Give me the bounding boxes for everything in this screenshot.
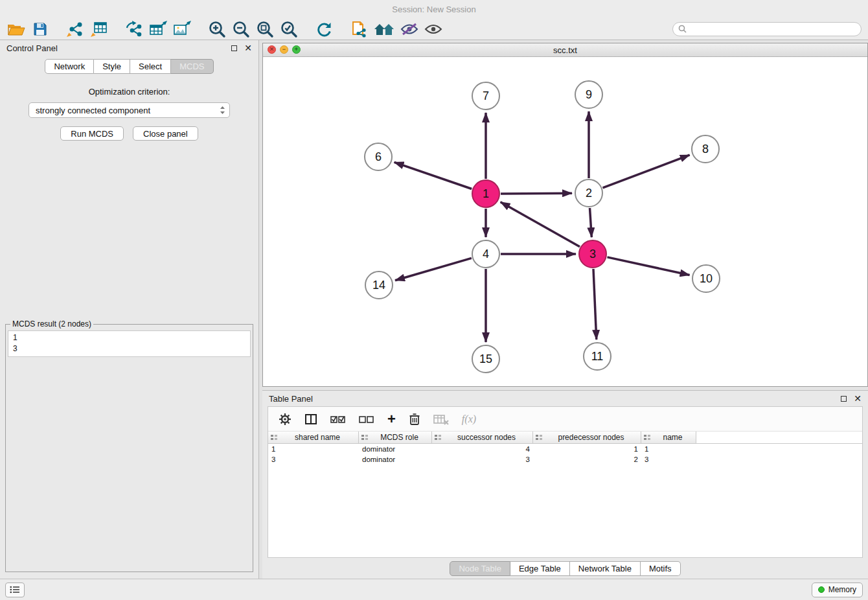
open-session-button[interactable] (6, 19, 26, 39)
table-cell: dominator (359, 454, 432, 465)
zoom-window-button[interactable]: + (292, 45, 301, 54)
import-network-file-button[interactable] (65, 19, 85, 39)
deselect-all-button[interactable] (359, 414, 374, 424)
mcds-result-list[interactable]: 13 (8, 330, 251, 357)
select-all-button[interactable] (330, 414, 346, 424)
table-header-row: shared nameMCDS rolesuccessor nodesprede… (268, 432, 862, 444)
optimization-dropdown[interactable]: strongly connected component (29, 102, 230, 118)
table-options-button[interactable] (279, 413, 291, 426)
control-panel-header: Control Panel ✕ (0, 40, 258, 56)
svg-text:6: 6 (375, 150, 382, 163)
import-network-icon (66, 21, 84, 38)
table-cell: 1 (533, 444, 641, 454)
show-columns-button[interactable] (304, 413, 317, 426)
network-node-10[interactable]: 10 (692, 265, 720, 292)
edge-3-to-1[interactable] (501, 202, 580, 247)
tab-edge-table[interactable]: Edge Table (510, 561, 570, 576)
memory-button[interactable]: Memory (812, 583, 863, 597)
task-history-button[interactable] (5, 583, 25, 597)
toggle-graphics-button[interactable] (400, 19, 419, 39)
edge-4-to-14[interactable] (395, 258, 472, 280)
first-neighbors-button[interactable] (373, 19, 395, 39)
zoom-selected-icon (280, 20, 298, 38)
edge-3-to-10[interactable] (608, 257, 690, 275)
table-panel-title: Table Panel (269, 394, 313, 404)
network-node-6[interactable]: 6 (365, 143, 392, 170)
zoom-fit-button[interactable] (255, 19, 275, 39)
tab-network-table[interactable]: Network Table (570, 561, 641, 576)
edge-1-to-6[interactable] (394, 162, 472, 189)
minimize-window-button[interactable]: − (280, 45, 288, 54)
network-node-3[interactable]: 3 (579, 240, 606, 268)
search-icon (678, 25, 687, 33)
float-table-panel-icon[interactable] (841, 396, 847, 402)
network-node-15[interactable]: 15 (472, 345, 499, 373)
tab-network[interactable]: Network (45, 59, 94, 74)
network-node-2[interactable]: 2 (575, 179, 602, 207)
export-table-button[interactable] (148, 19, 168, 39)
zoom-out-button[interactable] (231, 19, 251, 39)
tab-select[interactable]: Select (130, 59, 171, 74)
refresh-icon (315, 21, 332, 38)
column-header-shared-name[interactable]: shared name (268, 432, 359, 443)
column-header-successor-nodes[interactable]: successor nodes (432, 432, 533, 443)
right-column: ✕ − + scc.txt 7968124314101511 Table Pan… (262, 40, 868, 579)
refresh-view-button[interactable] (314, 19, 334, 39)
column-header-name[interactable]: name (641, 432, 696, 443)
zoom-selected-button[interactable] (279, 19, 299, 39)
eye-icon (424, 23, 443, 36)
houses-icon (373, 21, 395, 37)
float-panel-icon[interactable] (231, 45, 237, 51)
tab-node-table[interactable]: Node Table (450, 561, 510, 576)
window-title: Session: New Session (392, 5, 475, 14)
node-table-container: + f(x) shared nameMCDS rolesuccessor nod… (268, 406, 863, 558)
copy-style-button[interactable] (349, 19, 369, 39)
edge-2-to-8[interactable] (603, 155, 690, 188)
close-window-button[interactable]: ✕ (268, 45, 276, 54)
zoom-in-button[interactable] (207, 19, 227, 39)
column-header-MCDS-role[interactable]: MCDS role (359, 432, 432, 443)
network-window-titlebar: ✕ − + scc.txt (263, 43, 867, 57)
table-row[interactable]: 1dominator411 (268, 444, 862, 454)
show-graphics-details-button[interactable] (424, 19, 443, 39)
network-node-4[interactable]: 4 (472, 240, 499, 268)
column-header-predecessor-nodes[interactable]: predecessor nodes (533, 432, 641, 443)
tab-style[interactable]: Style (94, 59, 130, 74)
save-session-button[interactable] (30, 19, 50, 39)
edge-2-to-3[interactable] (590, 208, 592, 237)
table-cell: 4 (432, 444, 533, 454)
table-cell: dominator (359, 444, 432, 454)
optimization-criterion-label: Optimization criterion: (0, 87, 258, 97)
network-canvas[interactable]: 7968124314101511 (263, 57, 867, 386)
delete-columns-button[interactable] (409, 413, 420, 426)
network-node-14[interactable]: 14 (365, 271, 393, 299)
new-network-button[interactable] (124, 19, 144, 39)
close-panel-icon[interactable]: ✕ (244, 43, 252, 52)
mcds-result-box: MCDS result (2 nodes) 13 (5, 319, 253, 572)
tab-mcds[interactable]: MCDS (171, 59, 213, 74)
import-table-file-button[interactable] (89, 19, 109, 39)
delete-table-icon (433, 413, 449, 425)
search-input[interactable] (690, 25, 856, 34)
close-table-panel-icon[interactable]: ✕ (854, 394, 862, 403)
table-row[interactable]: 3dominator323 (268, 454, 862, 465)
network-node-7[interactable]: 7 (472, 82, 499, 110)
export-image-button[interactable] (172, 19, 192, 39)
memory-label: Memory (828, 585, 856, 594)
network-node-1[interactable]: 1 (472, 180, 499, 207)
delete-table-button (433, 413, 449, 425)
close-panel-button[interactable]: Close panel (133, 126, 198, 141)
network-node-11[interactable]: 11 (584, 343, 611, 370)
run-mcds-button[interactable]: Run MCDS (60, 126, 124, 141)
svg-text:14: 14 (372, 279, 385, 292)
create-column-button[interactable]: + (387, 412, 396, 426)
network-node-9[interactable]: 9 (575, 81, 602, 108)
network-node-8[interactable]: 8 (692, 135, 719, 163)
tab-motifs[interactable]: Motifs (641, 561, 681, 576)
search-box[interactable] (672, 22, 862, 36)
edge-1-to-2[interactable] (501, 193, 572, 194)
svg-text:10: 10 (700, 272, 713, 285)
optimization-dropdown-value: strongly connected component (36, 106, 150, 115)
edge-3-to-11[interactable] (593, 269, 597, 340)
table-panel-header: Table Panel ✕ (262, 391, 868, 406)
